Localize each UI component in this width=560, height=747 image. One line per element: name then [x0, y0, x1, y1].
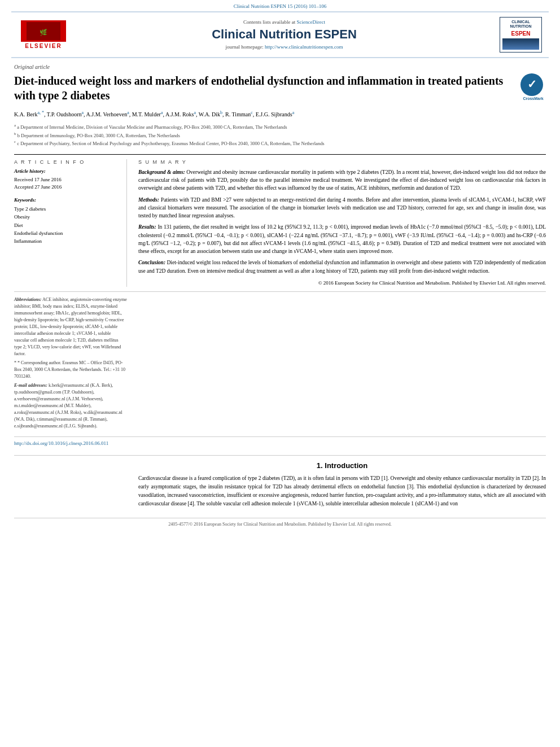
- article-info-summary-columns: A R T I C L E I N F O Article history: R…: [14, 154, 546, 287]
- background-text: Overweight and obesity increase cardiova…: [138, 169, 546, 191]
- crossmark-badge[interactable]: ✓ CrossMark: [520, 73, 546, 99]
- corresponding-label: * Corresponding author.: [18, 360, 62, 365]
- summary-column: S U M M A R Y Background & aims: Overwei…: [138, 159, 546, 287]
- journal-reference: Clinical Nutrition ESPEN 15 (2016) 101–1…: [0, 0, 560, 11]
- keyword-5: Inflammation: [14, 237, 120, 245]
- summary-text-block: Background & aims: Overweight and obesit…: [138, 168, 546, 287]
- svg-text:🌿: 🌿: [40, 28, 48, 36]
- issn-line: 2405-4577/© 2016 European Society for Cl…: [28, 522, 532, 527]
- keyword-2: Obesity: [14, 213, 120, 221]
- article-info-column: A R T I C L E I N F O Article history: R…: [14, 159, 127, 287]
- article-history: Article history: Received 17 June 2016 A…: [14, 168, 120, 191]
- elsevier-logo: 🌿 ELSEVIER: [18, 20, 69, 49]
- contents-line: Contents lists available at ScienceDirec…: [75, 19, 494, 25]
- journal-ref-text: Clinical Nutrition ESPEN 15 (2016) 101–1…: [234, 3, 327, 9]
- elsevier-box: 🌿: [21, 20, 66, 42]
- article-title-text: Diet-induced weight loss and markers of …: [14, 75, 503, 102]
- email-label: E-mail addresses:: [14, 383, 47, 388]
- authors-line: K.A. Berka, *, T.P. Oudshoorna, A.J.M. V…: [14, 110, 546, 119]
- doi-link[interactable]: http://dx.doi.org/10.1016/j.clnesp.2016.…: [14, 440, 546, 446]
- article-type: Original article: [14, 64, 546, 70]
- affiliations-block: a a Department of Internal Medicine, Div…: [14, 123, 546, 147]
- background-paragraph: Background & aims: Overweight and obesit…: [138, 168, 546, 193]
- intro-columns: 1. Introduction Cardiovascular disease i…: [14, 461, 546, 511]
- keywords-label: Keywords:: [14, 197, 120, 203]
- results-label: Results:: [138, 224, 156, 230]
- journal-center: Contents lists available at ScienceDirec…: [69, 19, 500, 50]
- keyword-3: Diet: [14, 221, 120, 229]
- bottom-bar: 2405-4577/© 2016 European Society for Cl…: [14, 518, 546, 530]
- conclusion-paragraph: Conclusion: Diet-induced weight loss red…: [138, 259, 546, 275]
- logo-graphic: [502, 38, 539, 50]
- methods-label: Methods:: [138, 197, 159, 203]
- history-label: Article history:: [14, 168, 120, 174]
- intro-left-col: [14, 461, 127, 511]
- logo-title-text: CLINICALNUTRITION: [502, 20, 539, 29]
- intro-paragraph-1: Cardiovascular disease is a feared compl…: [138, 474, 546, 508]
- journal-logo-right: CLINICALNUTRITION ESPEN: [500, 17, 542, 53]
- methods-text: Patients with T2D and BMI >27 were subje…: [138, 197, 546, 219]
- affiliation-c: c c Department of Psychiatry, Section of…: [14, 139, 546, 147]
- email-text: k.berk@erasmusmc.nl (K.A. Berk), tp.ouds…: [14, 383, 123, 429]
- abbreviations-text: ACE inhibitor, angiotensin-converting en…: [14, 297, 127, 356]
- keyword-1: Type 2 diabetes: [14, 205, 120, 213]
- article-title-container: Diet-induced weight loss and markers of …: [14, 73, 546, 103]
- doi-section: http://dx.doi.org/10.1016/j.clnesp.2016.…: [14, 436, 546, 446]
- homepage-link[interactable]: http://www.clinicalnutritionespen.com: [265, 44, 343, 50]
- introduction-section: 1. Introduction Cardiovascular disease i…: [14, 455, 546, 511]
- methods-paragraph: Methods: Patients with T2D and BMI >27 w…: [138, 196, 546, 220]
- introduction-heading: 1. Introduction: [138, 461, 546, 470]
- intro-right-col: 1. Introduction Cardiovascular disease i…: [138, 461, 546, 511]
- footnotes-section: Abbreviations: ACE inhibitor, angiotensi…: [14, 291, 546, 432]
- summary-heading: S U M M A R Y: [138, 159, 546, 165]
- received-date: Received 17 June 2016: [14, 176, 120, 184]
- article-info-heading: A R T I C L E I N F O: [14, 159, 120, 165]
- main-content: Original article Diet-induced weight los…: [0, 58, 560, 536]
- keywords-section: Keywords: Type 2 diabetes Obesity Diet E…: [14, 197, 120, 246]
- footnotes-right: [138, 296, 546, 432]
- journal-title: Clinical Nutrition ESPEN: [75, 27, 494, 42]
- logo-espen-text: ESPEN: [502, 30, 539, 37]
- footnotes-left: Abbreviations: ACE inhibitor, angiotensi…: [14, 296, 127, 432]
- affiliation-b: b b Department of Immunology, PO-Box 204…: [14, 131, 546, 139]
- journal-header: 🌿 ELSEVIER Contents lists available at S…: [11, 11, 549, 58]
- results-text: In 131 patients, the diet resulted in we…: [138, 224, 546, 254]
- conclusion-text: Diet-induced weight loss reduced the lev…: [138, 260, 546, 273]
- keyword-4: Endothelial dysfunction: [14, 229, 120, 237]
- elsevier-text: ELSEVIER: [25, 43, 62, 49]
- crossmark-label: CrossMark: [520, 96, 546, 101]
- results-paragraph: Results: In 131 patients, the diet resul…: [138, 223, 546, 255]
- introduction-text: Cardiovascular disease is a feared compl…: [138, 474, 546, 508]
- affiliation-a: a a Department of Internal Medicine, Div…: [14, 123, 546, 131]
- sciencedirect-link[interactable]: ScienceDirect: [297, 19, 325, 25]
- journal-logo-box: CLINICALNUTRITION ESPEN: [500, 17, 542, 53]
- crossmark-icon: ✓: [520, 73, 543, 96]
- abbreviations-label: Abbreviations:: [14, 297, 41, 302]
- conclusion-label: Conclusion:: [138, 260, 165, 265]
- abbreviations-block: Abbreviations: ACE inhibitor, angiotensi…: [14, 296, 127, 430]
- journal-homepage: journal homepage: http://www.clinicalnut…: [75, 44, 494, 50]
- background-label: Background & aims:: [138, 169, 185, 175]
- accepted-date: Accepted 27 June 2016: [14, 184, 120, 191]
- copyright-line: © 2016 European Society for Clinical Nut…: [138, 279, 546, 287]
- svg-text:✓: ✓: [527, 78, 537, 90]
